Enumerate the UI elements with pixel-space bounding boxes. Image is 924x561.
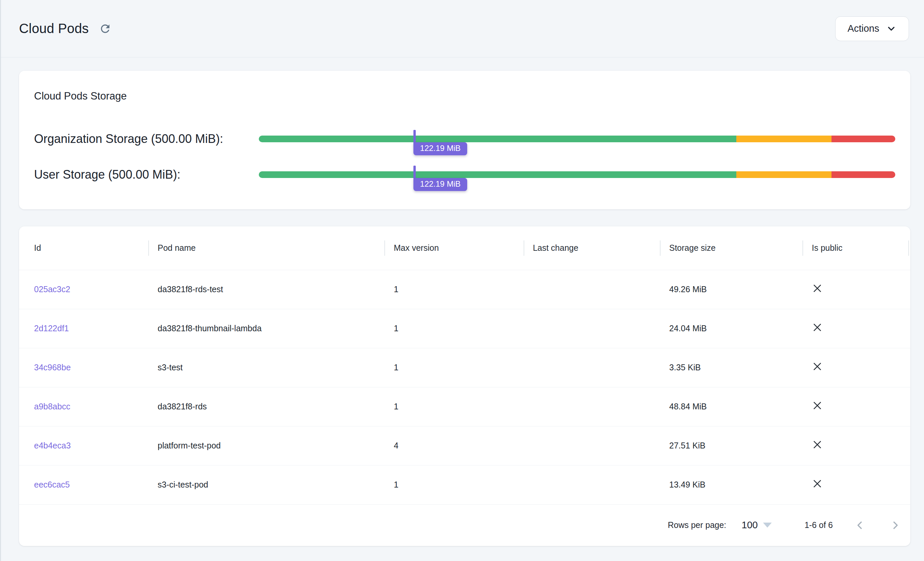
max-version-cell: 4 (384, 426, 523, 465)
column-header-is-public[interactable]: Is public (802, 226, 910, 270)
pod-id-link[interactable]: e4b4eca3 (34, 441, 71, 450)
bar-segment-red (831, 171, 895, 178)
bar-segment-green (259, 171, 736, 178)
column-header-max-version[interactable]: Max version (384, 226, 523, 270)
pod-name-cell: platform-test-pod (148, 426, 384, 465)
max-version-cell: 1 (384, 309, 523, 348)
user-storage-row: User Storage (500.00 MiB): 122.19 MiB (34, 157, 895, 192)
table-row: 34c968be s3-test 1 3.35 KiB (19, 348, 910, 387)
is-public-cell (802, 348, 910, 387)
user-storage-label: User Storage (500.00 MiB): (34, 168, 259, 182)
last-change-cell (524, 426, 660, 465)
close-x-icon (812, 478, 823, 489)
pod-id-link[interactable]: 2d122df1 (34, 324, 69, 333)
top-bar: Cloud Pods Actions (0, 0, 924, 57)
max-version-cell: 1 (384, 387, 523, 426)
actions-button-label: Actions (848, 23, 879, 34)
actions-button[interactable]: Actions (835, 16, 909, 41)
storage-size-cell: 49.26 MiB (660, 270, 802, 309)
refresh-icon (99, 22, 111, 35)
bar-segment-red (831, 136, 895, 142)
table-row: 025ac3c2 da3821f8-rds-test 1 49.26 MiB (19, 270, 910, 309)
last-change-cell (524, 270, 660, 309)
pod-name-cell: da3821f8-thumbnail-lambda (148, 309, 384, 348)
close-x-icon (812, 322, 823, 333)
storage-size-cell: 13.49 KiB (660, 465, 802, 504)
user-storage-bar: 122.19 MiB (259, 171, 895, 178)
org-storage-bar: 122.19 MiB (259, 136, 895, 142)
storage-size-cell: 27.51 KiB (660, 426, 802, 465)
is-public-cell (802, 270, 910, 309)
is-public-cell (802, 426, 910, 465)
table-row: e4b4eca3 platform-test-pod 4 27.51 KiB (19, 426, 910, 465)
pod-id-link[interactable]: a9b8abcc (34, 402, 70, 411)
close-x-icon (812, 361, 823, 372)
pods-table: Id Pod name Max version Last change Stor… (19, 226, 910, 546)
is-public-cell (802, 387, 910, 426)
org-storage-label: Organization Storage (500.00 MiB): (34, 132, 259, 146)
is-public-cell (802, 465, 910, 504)
org-storage-bar-track (259, 136, 895, 142)
storage-card: Cloud Pods Storage Organization Storage … (19, 71, 910, 209)
last-change-cell (524, 465, 660, 504)
pagination: Rows per page: 100 1-6 of 6 (19, 517, 904, 534)
max-version-cell: 1 (384, 270, 523, 309)
storage-size-cell: 3.35 KiB (660, 348, 802, 387)
last-change-cell (524, 309, 660, 348)
is-public-cell (802, 309, 910, 348)
table-row: eec6cac5 s3-ci-test-pod 1 13.49 KiB (19, 465, 910, 504)
pod-id-link[interactable]: eec6cac5 (34, 480, 70, 489)
bar-segment-green (259, 136, 736, 142)
last-change-cell (524, 348, 660, 387)
close-x-icon (812, 283, 823, 294)
chevron-right-icon (889, 519, 902, 532)
column-header-pod-name[interactable]: Pod name (148, 226, 384, 270)
rows-per-page-value: 100 (742, 520, 758, 531)
column-header-storage-size[interactable]: Storage size (660, 226, 802, 270)
usage-marker (413, 166, 416, 179)
dropdown-arrow-icon (763, 523, 772, 528)
rows-per-page-label: Rows per page: (668, 520, 726, 530)
max-version-cell: 1 (384, 348, 523, 387)
pod-name-cell: da3821f8-rds-test (148, 270, 384, 309)
bar-segment-amber (736, 171, 832, 178)
usage-marker-label: 122.19 MiB (413, 178, 467, 191)
pagination-range-label: 1-6 of 6 (804, 520, 833, 530)
max-version-cell: 1 (384, 465, 523, 504)
table-row: a9b8abcc da3821f8-rds 1 48.84 MiB (19, 387, 910, 426)
refresh-button[interactable] (99, 22, 111, 35)
pod-name-cell: s3-ci-test-pod (148, 465, 384, 504)
rows-per-page-select[interactable]: 100 (740, 519, 774, 531)
pods-table-card: Id Pod name Max version Last change Stor… (19, 226, 910, 546)
column-header-id[interactable]: Id (19, 226, 148, 270)
pod-id-link[interactable]: 025ac3c2 (34, 285, 70, 294)
cloud-pods-page: Cloud Pods Actions Cloud Pods Storage Or… (0, 0, 924, 546)
bar-segment-amber (736, 136, 832, 142)
chevron-down-icon (886, 23, 897, 34)
column-header-last-change[interactable]: Last change (524, 226, 660, 270)
table-header-row: Id Pod name Max version Last change Stor… (19, 226, 910, 270)
chevron-left-icon (854, 519, 866, 532)
table-body: 025ac3c2 da3821f8-rds-test 1 49.26 MiB 2… (19, 270, 910, 504)
close-x-icon (812, 439, 823, 450)
next-page-button[interactable] (887, 517, 904, 534)
table-row: 2d122df1 da3821f8-thumbnail-lambda 1 24.… (19, 309, 910, 348)
last-change-cell (524, 387, 660, 426)
storage-card-title: Cloud Pods Storage (34, 90, 895, 102)
usage-marker (413, 130, 416, 143)
page-title: Cloud Pods (19, 21, 89, 36)
previous-page-button[interactable] (852, 517, 868, 534)
storage-size-cell: 48.84 MiB (660, 387, 802, 426)
org-storage-row: Organization Storage (500.00 MiB): 122.1… (34, 121, 895, 157)
main-content: Cloud Pods Storage Organization Storage … (0, 57, 924, 546)
pagination-row: Rows per page: 100 1-6 of 6 (19, 504, 910, 546)
usage-marker-label: 122.19 MiB (413, 142, 467, 155)
pod-id-link[interactable]: 34c968be (34, 363, 71, 372)
close-x-icon (812, 400, 823, 411)
pod-name-cell: da3821f8-rds (148, 387, 384, 426)
pod-name-cell: s3-test (148, 348, 384, 387)
storage-size-cell: 24.04 MiB (660, 309, 802, 348)
user-storage-bar-track (259, 171, 895, 178)
